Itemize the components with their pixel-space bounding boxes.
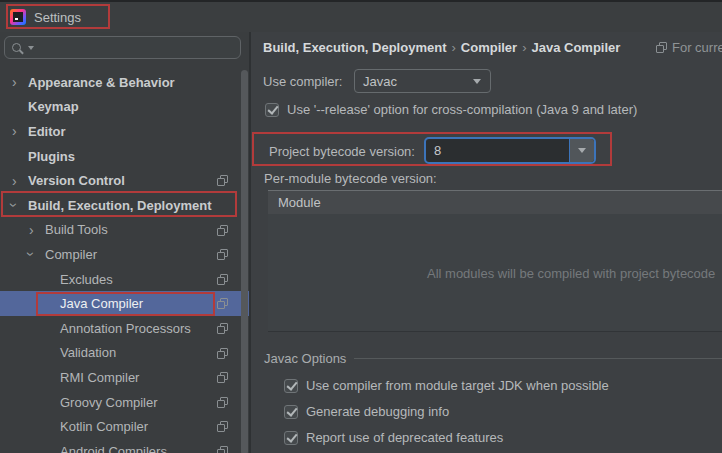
module-column-header: Module	[278, 195, 321, 210]
sidebar-item-label: Validation	[60, 345, 116, 360]
use-module-jdk-label: Use compiler from module target JDK when…	[306, 378, 609, 393]
project-scope-icon	[217, 249, 228, 260]
breadcrumb-separator: ›	[517, 40, 531, 55]
sidebar-item-android-compilers[interactable]: Android Compilers	[0, 439, 249, 453]
window-title: Settings	[34, 10, 81, 25]
sidebar-item-build-tools[interactable]: Build Tools	[0, 218, 249, 243]
chevron-down-icon[interactable]	[29, 246, 45, 262]
sidebar-item-label: Build, Execution, Deployment	[28, 198, 211, 213]
release-option-row: Use '--release' option for cross-compila…	[265, 102, 637, 117]
bytecode-version-dropdown[interactable]: 8	[424, 137, 596, 164]
scope-selector[interactable]: For curre	[656, 40, 722, 55]
sidebar-item-rmi-compiler[interactable]: RMI Compiler	[0, 365, 249, 390]
module-table: Module All modules will be compiled with…	[268, 190, 722, 332]
sidebar-item-label: Plugins	[28, 149, 75, 164]
section-divider-line	[354, 358, 722, 359]
project-scope-icon	[217, 225, 228, 236]
project-scope-icon	[656, 42, 667, 53]
breadcrumb-item[interactable]: Compiler	[461, 40, 517, 55]
chevron-down-icon[interactable]	[12, 197, 28, 213]
bytecode-version-value: 8	[434, 143, 441, 158]
chevron-right-icon[interactable]	[12, 74, 28, 90]
sidebar-item-annotation-processors[interactable]: Annotation Processors	[0, 316, 249, 341]
sidebar-item-label: Editor	[28, 124, 66, 139]
sidebar-item-excludes[interactable]: Excludes	[0, 267, 249, 292]
scope-label: For curre	[672, 40, 722, 55]
project-scope-icon	[217, 274, 228, 285]
sidebar-item-plugins[interactable]: Plugins	[0, 144, 249, 169]
breadcrumb-item[interactable]: Java Compiler	[532, 40, 621, 55]
settings-tree: Appearance & Behavior Keymap Editor Plug…	[0, 70, 249, 453]
javac-options-section-header: Javac Options	[264, 351, 722, 366]
sidebar-item-label: Version Control	[28, 173, 125, 188]
sidebar-item-validation[interactable]: Validation	[0, 341, 249, 366]
use-compiler-label: Use compiler:	[263, 74, 342, 89]
search-history-caret-icon[interactable]	[28, 46, 34, 50]
project-scope-icon	[217, 175, 228, 186]
sidebar-item-label: Keymap	[28, 99, 79, 114]
use-compiler-value: Javac	[363, 74, 397, 89]
window-titlebar: Settings	[0, 2, 722, 32]
sidebar-item-compiler[interactable]: Compiler	[0, 242, 249, 267]
project-scope-icon	[217, 397, 228, 408]
intellij-logo-icon	[10, 9, 26, 25]
module-table-empty-hint: All modules will be compiled with projec…	[427, 265, 715, 280]
sidebar-scrollbar[interactable]	[241, 70, 248, 453]
sidebar-item-keymap[interactable]: Keymap	[0, 95, 249, 120]
sidebar-item-label: Appearance & Behavior	[28, 75, 175, 90]
report-deprecated-checkbox[interactable]	[284, 431, 298, 445]
javac-options-title: Javac Options	[264, 351, 346, 366]
per-module-label: Per-module bytecode version:	[264, 171, 437, 186]
use-module-jdk-checkbox[interactable]	[284, 379, 298, 393]
report-deprecated-row: Report use of deprecated features	[284, 430, 503, 445]
use-compiler-dropdown[interactable]: Javac	[354, 69, 491, 93]
release-option-checkbox[interactable]	[265, 103, 279, 117]
use-module-jdk-row: Use compiler from module target JDK when…	[284, 378, 609, 393]
project-scope-icon	[217, 421, 228, 432]
search-icon	[12, 41, 25, 55]
sidebar-item-label: Compiler	[45, 247, 97, 262]
module-table-body: All modules will be compiled with projec…	[268, 214, 722, 331]
generate-debug-info-checkbox[interactable]	[284, 405, 298, 419]
sidebar-item-editor[interactable]: Editor	[0, 119, 249, 144]
sidebar-item-build-execution-deployment[interactable]: Build, Execution, Deployment	[0, 193, 249, 218]
chevron-right-icon[interactable]	[12, 123, 28, 139]
settings-window: Settings Appearance & Behavior Keymap Ed…	[0, 0, 722, 453]
module-table-header: Module	[268, 190, 722, 214]
sidebar-item-version-control[interactable]: Version Control	[0, 168, 249, 193]
project-scope-icon	[217, 348, 228, 359]
sidebar-item-kotlin-compiler[interactable]: Kotlin Compiler	[0, 414, 249, 439]
project-scope-icon	[217, 298, 228, 309]
sidebar-item-label: Kotlin Compiler	[60, 419, 148, 434]
sidebar-item-appearance-behavior[interactable]: Appearance & Behavior	[0, 70, 249, 95]
chevron-down-icon	[578, 148, 586, 153]
chevron-right-icon[interactable]	[12, 173, 28, 189]
java-compiler-panel: Build, Execution, Deployment›Compiler›Ja…	[251, 32, 722, 453]
sidebar-item-label: Java Compiler	[60, 296, 143, 311]
project-scope-icon	[217, 372, 228, 383]
settings-sidebar: Appearance & Behavior Keymap Editor Plug…	[0, 32, 249, 453]
project-scope-icon	[217, 323, 228, 334]
search-input[interactable]	[4, 36, 241, 59]
sidebar-item-label: Excludes	[60, 272, 113, 287]
breadcrumb-item[interactable]: Build, Execution, Deployment	[263, 40, 446, 55]
generate-debug-info-label: Generate debugging info	[306, 404, 449, 419]
sidebar-item-label: Build Tools	[45, 222, 108, 237]
bytecode-version-label: Project bytecode version:	[269, 144, 415, 159]
release-option-label: Use '--release' option for cross-compila…	[287, 102, 637, 117]
sidebar-item-label: Annotation Processors	[60, 321, 191, 336]
dropdown-arrow-button[interactable]	[569, 139, 594, 162]
sidebar-item-label: RMI Compiler	[60, 370, 139, 385]
sidebar-item-label: Groovy Compiler	[60, 395, 158, 410]
breadcrumb: Build, Execution, Deployment›Compiler›Ja…	[263, 40, 620, 55]
generate-debug-info-row: Generate debugging info	[284, 404, 449, 419]
chevron-right-icon[interactable]	[29, 222, 45, 238]
chevron-down-icon	[473, 79, 481, 84]
sidebar-item-groovy-compiler[interactable]: Groovy Compiler	[0, 390, 249, 415]
sidebar-item-label: Android Compilers	[60, 444, 167, 453]
project-scope-icon	[217, 446, 228, 453]
report-deprecated-label: Report use of deprecated features	[306, 430, 503, 445]
sidebar-item-java-compiler[interactable]: Java Compiler	[0, 291, 249, 316]
breadcrumb-separator: ›	[446, 40, 460, 55]
